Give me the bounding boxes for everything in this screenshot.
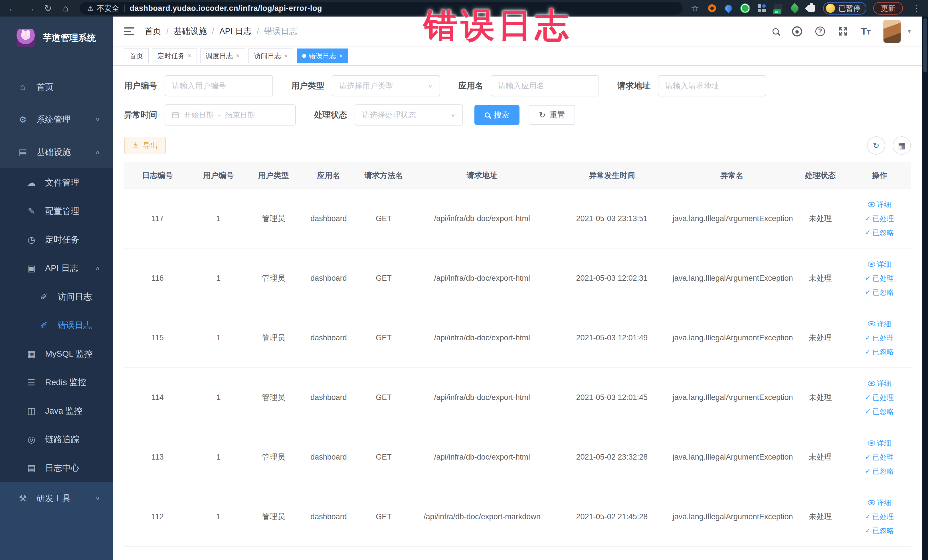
address-bar[interactable]: ⚠ 不安全 dashboard.yudao.iocoder.cn/infra/l… <box>80 2 683 15</box>
processed-link[interactable]: ✓已处理 <box>865 452 894 462</box>
sidebar-item-8[interactable]: ✐错误日志 <box>0 311 113 339</box>
sidebar-item-9[interactable]: ▦MySQL 监控 <box>0 339 113 368</box>
sidebar-item-14[interactable]: ⚒研发工具∨ <box>0 482 113 515</box>
search-icon[interactable] <box>772 28 779 35</box>
sidebar-item-6[interactable]: ▣API 日志∧ <box>0 254 113 282</box>
sidebar-item-label: 研发工具 <box>37 493 71 504</box>
tab-3[interactable]: 访问日志× <box>249 49 293 63</box>
on-badge: on <box>773 9 781 14</box>
processed-link[interactable]: ✓已处理 <box>865 333 894 343</box>
cell-method: GET <box>356 427 411 487</box>
close-tab-icon[interactable]: × <box>284 52 288 60</box>
browser-forward-icon[interactable]: → <box>23 3 38 14</box>
avatar-caret-icon[interactable]: ▾ <box>908 27 911 35</box>
close-tab-icon[interactable]: × <box>236 52 240 60</box>
hamburger-icon[interactable] <box>124 27 134 35</box>
processed-link[interactable]: ✓已处理 <box>865 273 894 283</box>
puzzle-extension-icon[interactable] <box>806 3 816 13</box>
cell-user_id: 1 <box>191 249 246 308</box>
browser-home-icon[interactable]: ⌂ <box>58 3 73 14</box>
dark-on-extension-icon[interactable]: on <box>773 3 783 13</box>
tab-label: 访问日志 <box>254 51 281 61</box>
sidebar-item-3[interactable]: ☁文件管理 <box>0 168 113 197</box>
sidebar-item-label: 错误日志 <box>58 319 92 331</box>
grid-extension-icon[interactable] <box>757 3 766 13</box>
leaf-extension-icon[interactable] <box>790 3 800 13</box>
sidebar-item-2[interactable]: ▤基础设施∧ <box>0 136 113 168</box>
ignored-link[interactable]: ✓已忽略 <box>865 407 894 416</box>
tab-0[interactable]: 首页 <box>124 49 149 63</box>
font-size-icon[interactable]: TT <box>861 26 871 37</box>
export-button[interactable]: 导出 <box>124 137 166 154</box>
profile-paused-badge[interactable]: 已暂停 <box>823 2 866 15</box>
page-url: dashboard.yudao.iocoder.cn/infra/log/api… <box>130 4 322 13</box>
breadcrumb-home[interactable]: 首页 <box>145 26 161 37</box>
sidebar-item-0[interactable]: ⌂首页 <box>0 71 113 103</box>
scrollbar-thumb[interactable] <box>923 18 927 72</box>
breadcrumb-api-log[interactable]: API 日志 <box>219 26 252 37</box>
start-date-placeholder: 开始日期 <box>184 110 214 120</box>
home-icon: ⌂ <box>17 82 29 92</box>
processed-link[interactable]: ✓已处理 <box>865 512 894 522</box>
cell-actions: 详细✓已处理✓已忽略 <box>848 308 911 368</box>
tab-4[interactable]: 错误日志× <box>297 49 348 63</box>
sidebar-item-7[interactable]: ✐访问日志 <box>0 282 113 311</box>
tab-2[interactable]: 调度日志× <box>200 49 245 63</box>
exception-time-range-picker[interactable]: 开始日期 - 结束日期 <box>165 104 296 125</box>
eye-icon <box>868 500 875 505</box>
ignored-link[interactable]: ✓已忽略 <box>865 467 894 476</box>
close-tab-icon[interactable]: × <box>188 52 191 60</box>
security-warning-icon: ⚠ <box>87 4 93 12</box>
detail-link[interactable]: 详细 <box>868 259 891 269</box>
detail-link[interactable]: 详细 <box>868 379 891 388</box>
browser-back-icon[interactable]: ← <box>5 3 20 14</box>
column-settings-button[interactable]: ▦ <box>893 136 911 155</box>
bookmark-star-icon[interactable]: ☆ <box>690 3 701 14</box>
detail-link[interactable]: 详细 <box>868 498 891 508</box>
search-button[interactable]: 搜索 <box>475 105 519 125</box>
sidebar-item-13[interactable]: ▤日志中心 <box>0 453 113 482</box>
app-logo-row[interactable]: 芋道管理系统 <box>0 17 113 60</box>
browser-scrollbar[interactable] <box>922 17 928 560</box>
ignored-link[interactable]: ✓已忽略 <box>865 228 894 237</box>
close-tab-icon[interactable]: × <box>339 52 343 60</box>
ignored-link[interactable]: ✓已忽略 <box>865 288 894 297</box>
sidebar-item-4[interactable]: ✎配置管理 <box>0 197 113 225</box>
ignored-link[interactable]: ✓已忽略 <box>865 526 894 536</box>
user-id-input[interactable] <box>165 75 273 96</box>
browser-reload-icon[interactable]: ↻ <box>41 3 55 14</box>
user-avatar[interactable] <box>883 20 901 43</box>
table-row: 1131管理员dashboardGET/api/infra/db-doc/exp… <box>124 427 911 487</box>
sidebar-item-1[interactable]: ⚙系统管理∨ <box>0 103 113 136</box>
ignored-link[interactable]: ✓已忽略 <box>865 347 894 357</box>
cell-exception: java.lang.IllegalArgumentException <box>671 189 793 249</box>
cell-user_id: 1 <box>191 487 246 546</box>
refresh-table-button[interactable]: ↻ <box>867 136 885 155</box>
sidebar-item-5[interactable]: ◷定时任务 <box>0 225 113 254</box>
detail-link[interactable]: 详细 <box>868 200 891 209</box>
breadcrumb-infrastructure[interactable]: 基础设施 <box>174 26 207 37</box>
timer-icon: ◷ <box>25 235 38 245</box>
browser-update-button[interactable]: 更新 <box>873 2 903 15</box>
fullscreen-icon[interactable] <box>838 26 849 37</box>
browser-menu-icon[interactable]: ⋮ <box>910 3 923 14</box>
help-icon[interactable]: ? <box>815 26 825 36</box>
detail-link[interactable]: 详细 <box>868 319 891 329</box>
green-circle-extension-icon[interactable] <box>740 3 750 13</box>
tab-1[interactable]: 定时任务× <box>152 49 197 63</box>
processed-link[interactable]: ✓已处理 <box>865 393 894 402</box>
orange-extension-icon[interactable] <box>707 3 717 13</box>
request-url-input[interactable] <box>658 75 766 96</box>
sidebar-item-12[interactable]: ◎链路追踪 <box>0 425 113 453</box>
action-label: 详细 <box>877 200 891 209</box>
github-icon[interactable] <box>791 26 803 37</box>
sidebar-item-11[interactable]: ◫Java 监控 <box>0 397 113 425</box>
detail-link[interactable]: 详细 <box>868 438 891 448</box>
app-name-input[interactable] <box>491 75 599 96</box>
sidebar-item-10[interactable]: ☰Redis 监控 <box>0 368 113 397</box>
blue-drop-extension-icon[interactable] <box>724 3 733 13</box>
processed-link[interactable]: ✓已处理 <box>865 214 894 223</box>
process-status-select[interactable]: 请选择处理状态 ∨ <box>355 104 463 125</box>
reset-button[interactable]: ↻ 重置 <box>529 105 575 125</box>
user-type-select[interactable]: 请选择用户类型 ∨ <box>332 75 440 96</box>
